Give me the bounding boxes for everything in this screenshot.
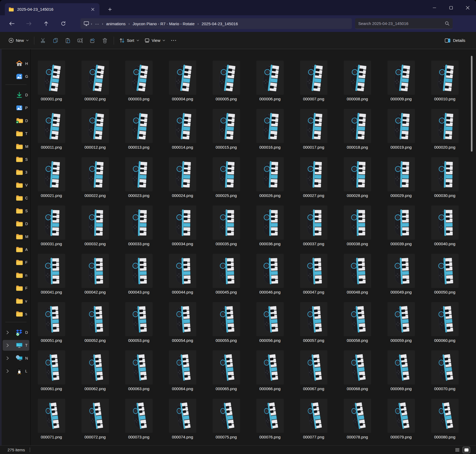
file-item[interactable]: 000026.png	[248, 157, 292, 199]
thumbnail-view-toggle[interactable]	[463, 447, 470, 453]
view-button[interactable]: View	[142, 36, 168, 45]
explorer-tab[interactable]: 2025-04-23_145016	[5, 3, 99, 15]
file-item[interactable]: 000025.png	[204, 157, 248, 199]
file-item[interactable]: 000069.png	[379, 350, 423, 392]
file-item[interactable]: 000008.png	[335, 61, 379, 102]
file-item[interactable]: 000051.png	[31, 302, 73, 343]
file-item[interactable]: 000009.png	[379, 61, 423, 102]
file-item[interactable]: 000001.png	[31, 61, 73, 102]
sidebar-item-folder[interactable]: F	[3, 283, 29, 294]
file-item[interactable]: 000020.png	[423, 109, 467, 150]
file-item[interactable]: 000036.png	[248, 206, 292, 247]
file-item[interactable]: 000006.png	[248, 61, 292, 102]
file-item[interactable]: 000057.png	[292, 302, 335, 343]
sidebar-item-folder-check[interactable]: D	[3, 115, 29, 126]
file-item[interactable]: 000012.png	[73, 109, 117, 150]
sidebar-item-folder[interactable]: s	[3, 309, 29, 319]
file-item[interactable]: 000002.png	[73, 61, 117, 102]
file-item[interactable]: 000024.png	[161, 157, 204, 199]
share-button[interactable]	[86, 36, 99, 45]
file-item[interactable]: 000060.png	[423, 302, 467, 343]
file-item[interactable]: 000004.png	[161, 61, 204, 102]
cut-button[interactable]	[37, 36, 49, 45]
breadcrumb-item-current-folder[interactable]: 2025-04-23_145016	[200, 20, 240, 27]
file-item[interactable]: 000064.png	[161, 350, 204, 392]
file-item[interactable]: 000033.png	[117, 206, 161, 247]
file-item[interactable]: 000075.png	[204, 399, 248, 440]
details-view-toggle[interactable]	[453, 447, 461, 453]
file-item[interactable]: 000010.png	[423, 61, 467, 102]
file-item[interactable]: 000056.png	[248, 302, 292, 343]
new-tab-button[interactable]	[106, 6, 114, 13]
file-item[interactable]: 000037.png	[292, 206, 335, 247]
file-item[interactable]: 000049.png	[379, 254, 423, 295]
sidebar-item-folder[interactable]: D	[3, 218, 29, 229]
file-item[interactable]: 000077.png	[292, 399, 335, 440]
file-item[interactable]: 000059.png	[379, 302, 423, 343]
file-item[interactable]: 000028.png	[335, 157, 379, 199]
file-item[interactable]: 000040.png	[423, 206, 467, 247]
chevron-right-icon[interactable]	[6, 343, 9, 347]
forward-button[interactable]	[24, 18, 34, 29]
maximize-button[interactable]	[443, 0, 459, 15]
file-item[interactable]: 000027.png	[292, 157, 335, 199]
tab-close-icon[interactable]	[89, 6, 96, 13]
file-item[interactable]: 000035.png	[204, 206, 248, 247]
file-item[interactable]: 000070.png	[423, 350, 467, 392]
file-item[interactable]: 000055.png	[204, 302, 248, 343]
sidebar-item-folder[interactable]: M	[3, 141, 29, 152]
sidebar-item-dropbox[interactable]: D	[3, 327, 29, 338]
file-item[interactable]: 000052.png	[73, 302, 117, 343]
file-item[interactable]: 000044.png	[161, 254, 204, 295]
file-item[interactable]: 000029.png	[379, 157, 423, 199]
address-bar[interactable]: › ··· › animations › Joycon Piano - R7 -…	[80, 18, 352, 29]
file-item[interactable]: 000074.png	[161, 399, 204, 440]
file-item[interactable]: 000032.png	[73, 206, 117, 247]
file-item[interactable]: 000042.png	[73, 254, 117, 295]
file-item[interactable]: 000017.png	[292, 109, 335, 150]
sidebar-item-folder[interactable]: V	[3, 180, 29, 191]
file-item[interactable]: 000046.png	[248, 254, 292, 295]
sidebar-item-folder[interactable]: 3	[3, 167, 29, 178]
file-item[interactable]: 000058.png	[335, 302, 379, 343]
file-item[interactable]: 000053.png	[117, 302, 161, 343]
sidebar-item-folder[interactable]: C	[3, 193, 29, 203]
sidebar-item-folder[interactable]: M	[3, 231, 29, 242]
file-item[interactable]: 000031.png	[31, 206, 73, 247]
minimize-button[interactable]	[426, 0, 443, 15]
sidebar-item-folder[interactable]: n	[3, 270, 29, 281]
file-item[interactable]: 000003.png	[117, 61, 161, 102]
file-item[interactable]: 000030.png	[423, 157, 467, 199]
new-button[interactable]: New	[6, 36, 31, 45]
breadcrumb-overflow[interactable]: ···	[93, 20, 101, 27]
close-button[interactable]	[459, 0, 476, 15]
file-item[interactable]: 000078.png	[335, 399, 379, 440]
file-item[interactable]: 000071.png	[31, 399, 73, 440]
more-options-button[interactable]: ···	[168, 36, 180, 45]
file-item[interactable]: 000068.png	[335, 350, 379, 392]
file-item[interactable]: 000016.png	[248, 109, 292, 150]
file-item[interactable]: 000047.png	[292, 254, 335, 295]
file-item[interactable]: 000076.png	[248, 399, 292, 440]
file-item[interactable]: 000043.png	[117, 254, 161, 295]
file-item[interactable]: 000014.png	[161, 109, 204, 150]
breadcrumb-item-joycon-piano[interactable]: Joycon Piano - R7 - Mario - Rotate	[131, 20, 197, 27]
rename-button[interactable]: A	[74, 36, 86, 45]
sidebar-item-folder[interactable]: v	[3, 296, 29, 306]
file-item[interactable]: 000019.png	[379, 109, 423, 150]
file-item[interactable]: 000021.png	[31, 157, 73, 199]
file-item[interactable]: 000045.png	[204, 254, 248, 295]
file-item[interactable]: 000061.png	[31, 350, 73, 392]
chevron-right-icon[interactable]	[6, 356, 9, 360]
chevron-right-icon[interactable]	[6, 331, 9, 334]
file-item[interactable]: 000067.png	[292, 350, 335, 392]
vertical-scrollbar-thumb[interactable]	[471, 56, 473, 152]
file-item[interactable]: 000073.png	[117, 399, 161, 440]
file-item[interactable]: 000080.png	[423, 399, 467, 440]
sidebar-item-pictures[interactable]: P	[3, 102, 29, 113]
sidebar-item-folder[interactable]: T	[3, 128, 29, 139]
file-item[interactable]: 000023.png	[117, 157, 161, 199]
file-item[interactable]: 000048.png	[335, 254, 379, 295]
sidebar-item-folder[interactable]: S	[3, 206, 29, 216]
refresh-button[interactable]	[58, 18, 69, 29]
